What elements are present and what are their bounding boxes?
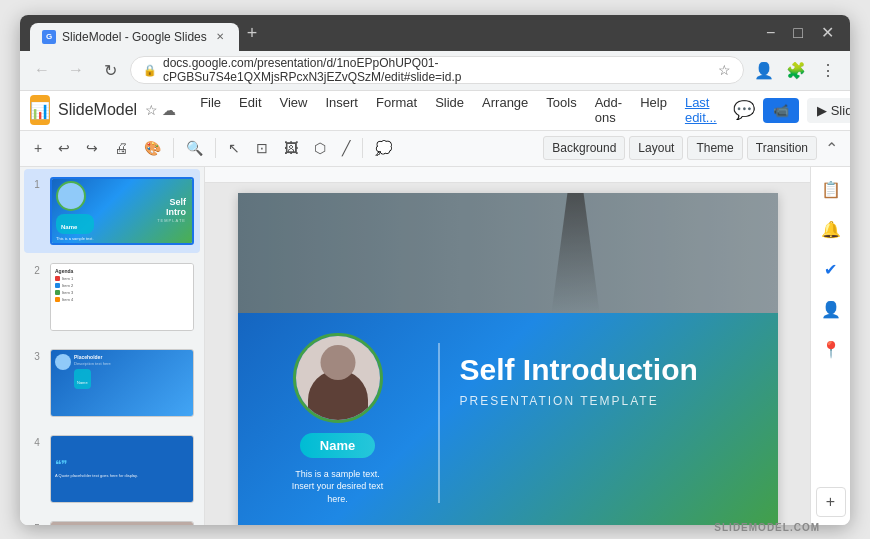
image-btn[interactable]: 🖼 xyxy=(278,136,304,160)
theme-btn[interactable]: Theme xyxy=(687,136,742,160)
close-btn[interactable]: ✕ xyxy=(815,21,840,44)
toolbar: + ↩ ↪ 🖨 🎨 🔍 ↖ ⊡ 🖼 ⬡ ╱ 💭 Background Layou… xyxy=(20,131,850,167)
slide-panel: 1 Name This is a sample text. SelfIntro xyxy=(20,167,205,525)
zoom-btn[interactable]: 🔍 xyxy=(180,136,209,160)
avatar-body xyxy=(308,370,368,420)
slide-right-column: Self Introduction PRESENTATION TEMPLATE xyxy=(460,333,758,408)
maximize-btn[interactable]: □ xyxy=(787,22,809,44)
profile-icon[interactable]: 👤 xyxy=(750,56,778,84)
menu-help[interactable]: Help xyxy=(632,91,675,129)
minimize-btn[interactable]: − xyxy=(760,22,781,44)
collapse-toolbar-btn[interactable]: ⌃ xyxy=(821,139,842,158)
canvas-area: Name This is a sample text.Insert your d… xyxy=(205,167,810,525)
print-btn[interactable]: 🖨 xyxy=(108,136,134,160)
menu-lastedit[interactable]: Last edit... xyxy=(677,91,725,129)
header-right: 💬 📹 ▶ Slideshow ▾ 👤 Share xyxy=(733,97,850,124)
slide-main-title: Self Introduction xyxy=(460,353,758,386)
slide-thumb-3[interactable]: 3 Placeholder Description text here Name xyxy=(24,341,200,425)
undo-btn[interactable]: ↩ xyxy=(52,136,76,160)
meet-button[interactable]: 📹 xyxy=(763,98,799,123)
menu-tools[interactable]: Tools xyxy=(538,91,584,129)
slide-thumb-5[interactable]: 5 Mission Mission statement text xyxy=(24,513,200,525)
addressbar: ← → ↻ 🔒 docs.google.com/presentation/d/1… xyxy=(20,51,850,91)
sidebar-icon-tasks[interactable]: ✔ xyxy=(816,255,846,285)
paint-format-btn[interactable]: 🎨 xyxy=(138,136,167,160)
slideshow-button[interactable]: ▶ Slideshow ▾ xyxy=(807,98,850,123)
new-tab-btn[interactable]: + xyxy=(239,15,266,51)
menu-edit[interactable]: Edit xyxy=(231,91,269,129)
slide-main-subtitle: PRESENTATION TEMPLATE xyxy=(460,394,758,408)
name-badge: Name xyxy=(300,433,375,458)
insert-btn[interactable]: + xyxy=(28,136,48,160)
background-btn[interactable]: Background xyxy=(543,136,625,160)
tab-favicon: G xyxy=(42,30,56,44)
chrome-actions: 👤 🧩 ⋮ xyxy=(750,56,842,84)
menu-arrange[interactable]: Arrange xyxy=(474,91,536,129)
redo-btn[interactable]: ↪ xyxy=(80,136,104,160)
sidebar-icon-maps[interactable]: 📍 xyxy=(816,335,846,365)
slide-thumb-1[interactable]: 1 Name This is a sample text. SelfIntro xyxy=(24,169,200,253)
titlebar: G SlideModel - Google Slides ✕ + − □ ✕ xyxy=(20,15,850,51)
app-window: G SlideModel - Google Slides ✕ + − □ ✕ ←… xyxy=(20,15,850,525)
cloud-icon[interactable]: ☁ xyxy=(162,102,176,118)
url-text: docs.google.com/presentation/d/1noEPpOhU… xyxy=(163,56,712,84)
bookmark-icon[interactable]: ☆ xyxy=(718,62,731,78)
sidebar-add-btn[interactable]: + xyxy=(816,487,846,517)
star-icon[interactable]: ☆ xyxy=(145,102,158,118)
canvas-wrapper: Name This is a sample text.Insert your d… xyxy=(205,183,810,525)
cursor-btn[interactable]: ↖ xyxy=(222,136,246,160)
menu-icon[interactable]: ⋮ xyxy=(814,56,842,84)
present-icon: ▶ xyxy=(817,103,827,118)
menu-view[interactable]: View xyxy=(272,91,316,129)
meet-icon: 📹 xyxy=(773,103,789,118)
app-title: SlideModel xyxy=(58,101,137,119)
avatar-person xyxy=(296,336,380,420)
toolbar-right: Background Layout Theme Transition xyxy=(543,136,817,160)
slide-thumb-2[interactable]: 2 Agenda Item 1 Item 2 Item 3 Item 4 xyxy=(24,255,200,339)
slide-thumb-4[interactable]: 4 ❝❞ A Quote placeholder text goes here … xyxy=(24,427,200,511)
comment-tool-btn[interactable]: 💭 xyxy=(369,136,398,160)
sidebar-icon-keep[interactable]: 🔔 xyxy=(816,215,846,245)
app-menu: File Edit View Insert Format Slide Arran… xyxy=(192,91,725,129)
line-btn[interactable]: ╱ xyxy=(336,136,356,160)
speaker-avatar xyxy=(293,333,383,423)
menu-format[interactable]: Format xyxy=(368,91,425,129)
tab-close-btn[interactable]: ✕ xyxy=(213,30,227,44)
slide-preview-2: Agenda Item 1 Item 2 Item 3 Item 4 xyxy=(50,263,194,331)
slide-preview-5: Mission Mission statement text xyxy=(50,521,194,525)
lock-icon: 🔒 xyxy=(143,64,157,77)
transition-btn[interactable]: Transition xyxy=(747,136,817,160)
extensions-icon[interactable]: 🧩 xyxy=(782,56,810,84)
slide-preview-4: ❝❞ A Quote placeholder text goes here fo… xyxy=(50,435,194,503)
text-box-btn[interactable]: ⊡ xyxy=(250,136,274,160)
slide-preview-3: Placeholder Description text here Name xyxy=(50,349,194,417)
tab-area: G SlideModel - Google Slides ✕ + xyxy=(30,15,752,51)
menu-addons[interactable]: Add-ons xyxy=(587,91,630,129)
app-logo: 📊 xyxy=(30,95,50,125)
comment-button[interactable]: 💬 xyxy=(733,99,755,121)
menu-insert[interactable]: Insert xyxy=(317,91,366,129)
avatar-head xyxy=(320,345,355,380)
window-controls: − □ ✕ xyxy=(760,21,840,44)
watermark: SLIDEMODEL.COM xyxy=(714,522,820,533)
app-header: 📊 SlideModel ☆ ☁ File Edit View Insert F… xyxy=(20,91,850,131)
menu-slide[interactable]: Slide xyxy=(427,91,472,129)
slide-num-2: 2 xyxy=(30,263,44,276)
refresh-btn[interactable]: ↻ xyxy=(96,56,124,84)
back-btn[interactable]: ← xyxy=(28,56,56,84)
slide-preview-1: Name This is a sample text. SelfIntro TE… xyxy=(50,177,194,245)
url-bar[interactable]: 🔒 docs.google.com/presentation/d/1noEPpO… xyxy=(130,56,744,84)
slide-content-area: Name This is a sample text.Insert your d… xyxy=(238,313,778,525)
shape-btn[interactable]: ⬡ xyxy=(308,136,332,160)
active-tab[interactable]: G SlideModel - Google Slides ✕ xyxy=(30,23,239,51)
main-area: 1 Name This is a sample text. SelfIntro xyxy=(20,167,850,525)
sidebar-icon-docs[interactable]: 📋 xyxy=(816,175,846,205)
layout-btn[interactable]: Layout xyxy=(629,136,683,160)
menu-file[interactable]: File xyxy=(192,91,229,129)
slide-num-4: 4 xyxy=(30,435,44,448)
forward-btn[interactable]: → xyxy=(62,56,90,84)
sidebar-icon-contacts[interactable]: 👤 xyxy=(816,295,846,325)
lamp-decoration xyxy=(536,193,616,313)
title-icons: ☆ ☁ xyxy=(145,102,176,118)
slide-canvas[interactable]: Name This is a sample text.Insert your d… xyxy=(238,193,778,525)
